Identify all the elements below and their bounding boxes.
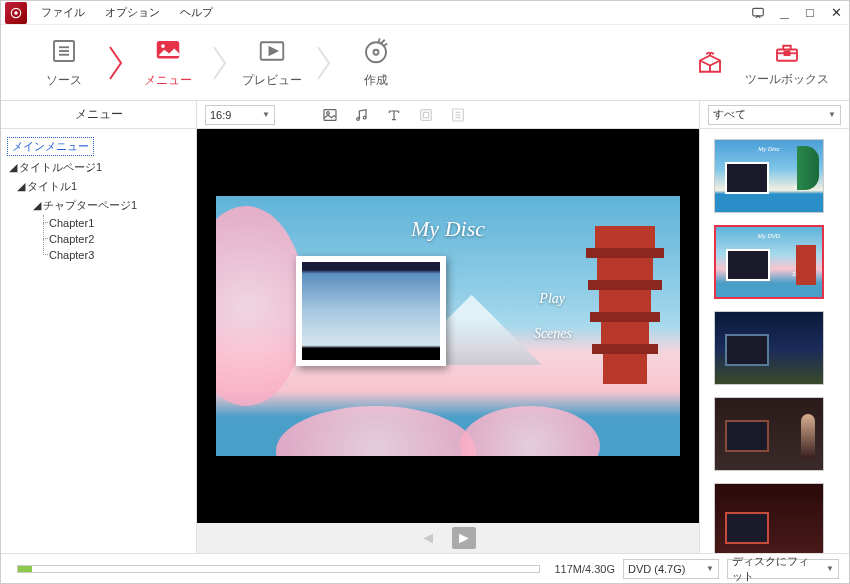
chevron-icon (107, 25, 125, 100)
canvas-wrap: My Disc Play Scenes ◄ ► (197, 129, 699, 553)
scenes-link[interactable]: Scenes (534, 326, 572, 342)
template-item[interactable]: My Disc Play Scenes (714, 139, 824, 213)
tree-title-page[interactable]: ◢タイトルページ1 (5, 158, 192, 177)
template-item[interactable]: My DVD Play Scenes (714, 225, 824, 299)
tab-create[interactable]: 作成 (333, 25, 419, 100)
caret-icon: ▼ (826, 564, 834, 573)
menu-bar: ファイル オプション ヘルプ (31, 1, 223, 24)
minimize-button[interactable]: ＿ (771, 2, 797, 24)
play-link[interactable]: Play (539, 291, 565, 307)
aspect-ratio-select[interactable]: 16:9 ▼ (205, 105, 275, 125)
title-bar: ファイル オプション ヘルプ ＿ □ ✕ (1, 1, 849, 25)
main-area: メインメニュー ◢タイトルページ1 ◢タイトル1 ◢チャプターページ1 Chap… (1, 129, 849, 553)
svg-rect-19 (421, 109, 432, 120)
blossom-decoration (216, 206, 306, 406)
fit-mode-select[interactable]: ディスクにフィット ▼ (727, 559, 839, 579)
menu-tree-panel: メインメニュー ◢タイトルページ1 ◢タイトル1 ◢チャプターページ1 Chap… (1, 129, 197, 553)
svg-point-17 (357, 117, 360, 120)
template-item[interactable] (714, 311, 824, 385)
menu-preview: My Disc Play Scenes (216, 196, 680, 456)
tree-chapter[interactable]: Chapter1 (5, 215, 192, 231)
prev-page-button[interactable]: ◄ (420, 529, 436, 547)
main-toolbar: ソース メニュー プレビュー 作成 ツールボックス (1, 25, 849, 101)
chevron-icon (211, 25, 229, 100)
gift-button[interactable] (695, 48, 725, 78)
disc-usage-bar (17, 565, 540, 573)
disc-type-value: DVD (4.7G) (628, 563, 685, 575)
text-button[interactable] (385, 106, 403, 124)
caret-icon: ▼ (706, 564, 714, 573)
disc-usage-fill (18, 566, 32, 572)
svg-point-8 (161, 44, 165, 48)
svg-point-16 (327, 111, 330, 114)
sub-toolbar: メニュー 16:9 ▼ すべて ▼ (1, 101, 849, 129)
maximize-button[interactable]: □ (797, 2, 823, 24)
svg-point-1 (15, 11, 17, 13)
menu-file[interactable]: ファイル (31, 1, 95, 24)
svg-point-12 (374, 50, 379, 55)
svg-rect-20 (423, 112, 428, 117)
filter-value: すべて (713, 107, 746, 122)
app-icon (5, 2, 27, 24)
tab-menu-label: メニュー (144, 72, 192, 89)
template-item[interactable] (714, 397, 824, 471)
svg-marker-10 (270, 47, 278, 55)
status-bar: 117M/4.30G DVD (4.7G) ▼ ディスクにフィット ▼ (1, 553, 849, 583)
tree-chapter[interactable]: Chapter2 (5, 231, 192, 247)
canvas-nav: ◄ ► (197, 523, 699, 553)
pagoda-decoration (580, 226, 670, 386)
tab-source-label: ソース (46, 72, 82, 89)
chapter-list-button (449, 106, 467, 124)
chevron-icon (315, 25, 333, 100)
tree-chapter[interactable]: Chapter3 (5, 247, 192, 263)
window-controls: ＿ □ ✕ (745, 2, 849, 24)
tree-chapter-page[interactable]: ◢チャプターページ1 (5, 196, 192, 215)
disc-title-text[interactable]: My Disc (411, 216, 485, 242)
tab-create-label: 作成 (364, 72, 388, 89)
svg-rect-2 (753, 8, 764, 16)
tab-source[interactable]: ソース (21, 25, 107, 100)
tab-preview[interactable]: プレビュー (229, 25, 315, 100)
template-item[interactable] (714, 483, 824, 553)
toolbox-label: ツールボックス (745, 71, 829, 88)
blossom-decoration (460, 406, 600, 456)
blossom-decoration (276, 406, 476, 456)
tab-preview-label: プレビュー (242, 72, 302, 89)
disc-usage-text: 117M/4.30G (554, 563, 615, 575)
aspect-value: 16:9 (210, 109, 231, 121)
svg-rect-14 (785, 51, 790, 55)
sub-left-label: メニュー (1, 101, 197, 128)
caret-icon: ▼ (262, 110, 270, 119)
video-thumbnail[interactable] (296, 256, 446, 366)
tree-main-menu[interactable]: メインメニュー (7, 137, 94, 156)
svg-point-18 (363, 116, 366, 119)
next-page-button[interactable]: ► (452, 527, 476, 549)
chapter-frame-button (417, 106, 435, 124)
background-image-button[interactable] (321, 106, 339, 124)
feedback-icon[interactable] (745, 2, 771, 24)
tree-title[interactable]: ◢タイトル1 (5, 177, 192, 196)
disc-type-select[interactable]: DVD (4.7G) ▼ (623, 559, 719, 579)
menu-option[interactable]: オプション (95, 1, 170, 24)
toolbox-button[interactable]: ツールボックス (745, 37, 829, 88)
tab-menu[interactable]: メニュー (125, 25, 211, 100)
svg-rect-15 (324, 109, 336, 120)
fit-mode-value: ディスクにフィット (732, 554, 818, 584)
menu-canvas[interactable]: My Disc Play Scenes (197, 129, 699, 523)
menu-help[interactable]: ヘルプ (170, 1, 223, 24)
close-button[interactable]: ✕ (823, 2, 849, 24)
template-list[interactable]: My Disc Play Scenes My DVD Play Scenes (699, 129, 849, 553)
music-button[interactable] (353, 106, 371, 124)
caret-icon: ▼ (828, 110, 836, 119)
template-filter-select[interactable]: すべて ▼ (708, 105, 841, 125)
